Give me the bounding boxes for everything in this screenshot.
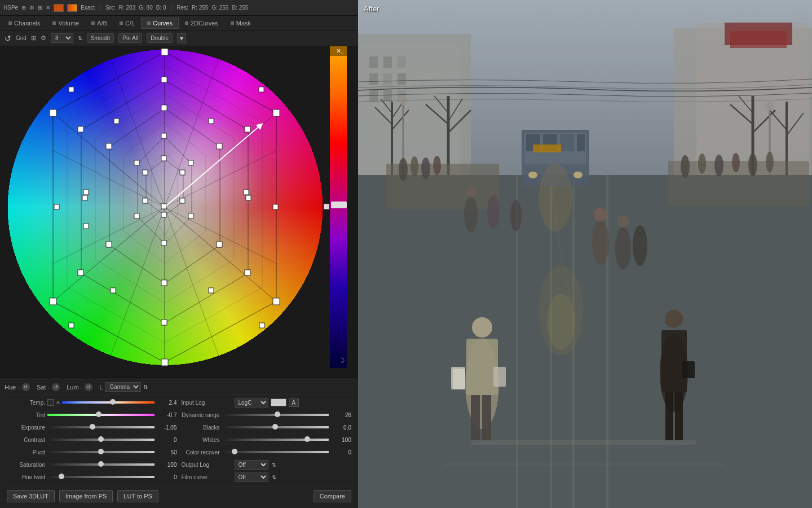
control-point[interactable] [134, 213, 139, 218]
tab-curves[interactable]: Curves [141, 17, 179, 29]
grid-size-select[interactable]: 8416 [51, 33, 73, 43]
reset-button[interactable]: ↺ [5, 34, 11, 43]
control-point[interactable] [54, 204, 59, 209]
contrast-track[interactable] [47, 439, 155, 441]
whites-track[interactable] [222, 439, 329, 441]
image-from-ps-button[interactable]: Image from PS [59, 490, 113, 502]
smooth-button[interactable]: Smooth [87, 33, 114, 43]
hue-reset-button[interactable]: ↺ [22, 383, 30, 391]
sat-reset-button[interactable]: ↺ [52, 383, 60, 391]
control-point[interactable] [143, 198, 148, 203]
control-point[interactable] [69, 87, 74, 92]
control-point[interactable] [161, 280, 167, 286]
control-point[interactable] [161, 240, 166, 246]
control-point[interactable] [161, 319, 167, 325]
pin-all-button[interactable]: Pin All [118, 33, 142, 43]
output-log-arrows[interactable]: ⇅ [272, 462, 276, 468]
curves-canvas[interactable] [0, 46, 330, 368]
tab-mask[interactable]: Mask [224, 17, 257, 29]
tab-ab[interactable]: A/B [85, 17, 113, 29]
control-point[interactable] [244, 190, 249, 195]
strip-control-point[interactable] [324, 204, 329, 209]
control-point[interactable] [161, 133, 166, 138]
control-point[interactable] [69, 323, 74, 328]
control-point[interactable] [188, 213, 193, 218]
compare-button[interactable]: Compare [314, 490, 351, 502]
control-point[interactable] [114, 119, 119, 124]
gamma-arrows[interactable]: ⇅ [143, 384, 148, 390]
exposure-track[interactable] [47, 426, 155, 428]
control-point[interactable] [83, 190, 89, 195]
brightness-low-icon[interactable]: ☽ [338, 356, 345, 365]
svg-line-15 [108, 207, 165, 362]
control-point[interactable] [209, 119, 214, 124]
control-point[interactable] [245, 270, 250, 275]
film-curve-select[interactable]: Off Kodak Fuji [235, 472, 268, 482]
control-point[interactable] [161, 105, 167, 111]
tab-cl[interactable]: C/L [113, 17, 141, 29]
control-point[interactable] [161, 156, 166, 161]
control-point[interactable] [111, 288, 116, 293]
up-down-arrows[interactable]: ⇅ [78, 35, 82, 41]
control-point[interactable] [259, 87, 264, 92]
log-a-button[interactable]: A [289, 398, 299, 407]
color-recover-track[interactable] [222, 451, 329, 453]
tint-track[interactable] [47, 414, 155, 416]
control-point[interactable] [217, 242, 222, 247]
control-point[interactable] [209, 288, 214, 293]
control-point[interactable] [259, 323, 264, 328]
control-point[interactable] [161, 77, 167, 82]
saturation-track[interactable] [47, 463, 155, 466]
tab-channels[interactable]: Channels [2, 17, 46, 29]
dynamic-range-track[interactable] [222, 414, 329, 416]
control-point[interactable] [161, 49, 168, 55]
tab-2dcurves[interactable]: 2DCurves [179, 17, 224, 29]
lut-to-ps-button[interactable]: LUT to PS [117, 490, 158, 502]
control-point[interactable] [134, 160, 139, 165]
lum-reset-button[interactable]: ↺ [85, 383, 92, 391]
film-curve-arrows[interactable]: ⇅ [272, 474, 276, 480]
control-point[interactable] [180, 170, 185, 175]
control-point[interactable] [273, 204, 278, 209]
save-3dlut-button[interactable]: Save 3DLUT [7, 490, 55, 502]
control-point[interactable] [161, 359, 168, 366]
input-log-select[interactable]: LogC Log3G10 SLog3 Off [235, 398, 268, 408]
control-point[interactable] [82, 195, 87, 200]
gamma-select[interactable]: Gamma Linear Log [105, 382, 141, 392]
dropdown-button[interactable]: ▾ [177, 33, 186, 43]
control-point[interactable] [273, 110, 280, 116]
close-icon[interactable]: ✕ [46, 5, 50, 11]
control-point[interactable] [50, 298, 56, 305]
blacks-track[interactable] [222, 426, 329, 428]
close-strip-button[interactable]: ✕ [330, 46, 347, 56]
dynamic-range-value: 26 [331, 412, 351, 418]
temp-checkbox[interactable] [47, 399, 54, 406]
control-point[interactable] [78, 126, 83, 132]
control-point[interactable] [106, 143, 112, 149]
control-point[interactable] [245, 126, 250, 132]
control-point[interactable] [106, 242, 112, 247]
settings-icon[interactable]: ⚙ [29, 5, 34, 11]
control-point[interactable] [246, 195, 251, 200]
temp-track[interactable] [62, 401, 154, 404]
control-point[interactable] [50, 110, 56, 116]
svg-line-18 [108, 52, 165, 207]
strip-slider-thumb[interactable] [331, 202, 347, 208]
output-log-select[interactable]: Off LogC SLog3 [235, 460, 268, 470]
control-point[interactable] [83, 224, 89, 229]
control-point[interactable] [161, 212, 166, 217]
pivot-track[interactable] [47, 451, 155, 453]
gamma-l-label: L [99, 384, 103, 391]
control-point[interactable] [188, 160, 193, 165]
hue-twist-track[interactable] [47, 476, 155, 478]
tab-volume[interactable]: Volume [46, 17, 85, 29]
color-recover-value: 0 [331, 449, 351, 456]
temp-label: Temp. [7, 400, 45, 406]
control-point[interactable] [217, 143, 222, 149]
grid-settings-icon[interactable]: ⚙ [41, 34, 46, 42]
control-point[interactable] [180, 198, 185, 203]
control-point[interactable] [273, 298, 280, 305]
control-point[interactable] [143, 170, 148, 175]
control-point[interactable] [78, 270, 83, 275]
double-button[interactable]: Double [147, 33, 173, 43]
